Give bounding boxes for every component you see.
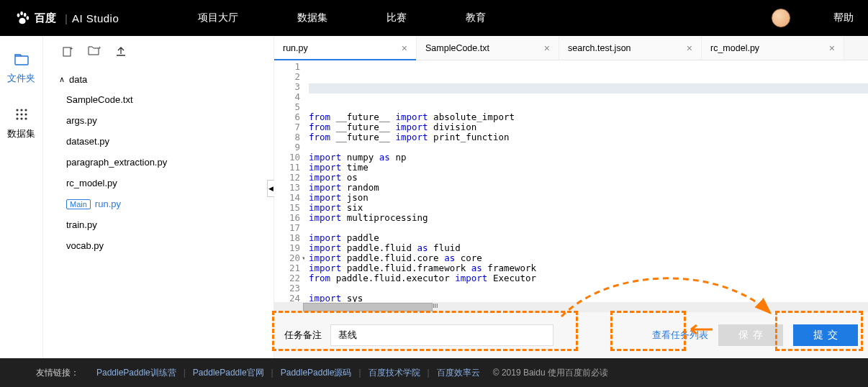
footer-link[interactable]: PaddlePaddle训练营 xyxy=(96,368,176,378)
sidebar-tab-files-label: 文件夹 xyxy=(7,73,35,83)
footer-copyright: © 2019 Baidu 使用百度前必读 xyxy=(493,367,608,379)
svg-point-11 xyxy=(16,117,18,119)
tab-runpy[interactable]: run.py× xyxy=(274,36,417,60)
tree-file[interactable]: train.py xyxy=(56,214,261,235)
footer: 友情链接： PaddlePaddle训练营|PaddlePaddle官网|Pad… xyxy=(0,358,868,387)
caret-icon: ∧ xyxy=(59,75,65,84)
tree-file-main[interactable]: Mainrun.py xyxy=(56,194,261,214)
close-icon[interactable]: × xyxy=(544,42,550,54)
submit-button[interactable]: 提交 xyxy=(793,324,858,346)
file-tree: ∧ data SampleCode.txt args.py dataset.py… xyxy=(56,70,261,256)
svg-point-2 xyxy=(24,13,27,17)
avatar[interactable] xyxy=(772,9,790,27)
code-editor[interactable]: 1234567891011121314151617181920▾21222324… xyxy=(274,60,868,302)
sidebar-tab-datasets-label: 数据集 xyxy=(7,128,35,139)
tab-label: SampleCode.txt xyxy=(425,43,489,53)
scrollbar-grip-icon: III xyxy=(433,302,438,309)
tree-folder-label: data xyxy=(69,74,87,85)
tree-file[interactable]: SampleCode.txt xyxy=(56,89,261,110)
tab-label: search.test.json xyxy=(568,43,631,53)
close-icon[interactable]: × xyxy=(402,42,407,54)
editor-area: ◀ run.py× SampleCode.txt× search.test.js… xyxy=(273,36,868,358)
close-icon[interactable]: × xyxy=(829,42,835,54)
task-bar: 任务备注 查看任务列表 保存 提交 xyxy=(274,312,868,358)
folder-icon xyxy=(0,54,42,68)
horizontal-scrollbar[interactable]: III xyxy=(274,302,868,312)
tree-file[interactable]: args.py xyxy=(56,110,261,131)
svg-point-10 xyxy=(24,113,27,115)
svg-point-0 xyxy=(17,14,20,17)
svg-text:+: + xyxy=(70,46,73,52)
main-badge: Main xyxy=(66,199,91,209)
line-highlight xyxy=(309,83,868,94)
topbar-right: 帮助 xyxy=(772,9,854,27)
footer-links: PaddlePaddle训练营|PaddlePaddle官网|PaddlePad… xyxy=(94,367,483,379)
tab-label: rc_model.py xyxy=(710,43,759,53)
tab-rcmodel[interactable]: rc_model.py× xyxy=(702,36,844,60)
tab-label: run.py xyxy=(283,43,308,53)
tree-file[interactable]: dataset.py xyxy=(56,131,261,152)
svg-point-6 xyxy=(20,109,22,111)
collapse-handle[interactable]: ◀ xyxy=(267,180,274,197)
file-toolbar: + + xyxy=(62,46,261,60)
close-icon[interactable]: × xyxy=(687,42,692,54)
svg-point-13 xyxy=(24,117,27,119)
sidebar-tab-files[interactable]: 文件夹 xyxy=(0,54,42,85)
svg-point-3 xyxy=(27,16,30,20)
baidu-paw-icon xyxy=(14,10,30,26)
line-gutter: 1234567891011121314151617181920▾21222324 xyxy=(274,60,304,302)
svg-point-8 xyxy=(16,113,18,115)
svg-point-5 xyxy=(16,109,18,111)
tree-main-file-label: run.py xyxy=(95,199,121,209)
svg-point-9 xyxy=(20,113,22,115)
task-note-label: 任务备注 xyxy=(284,329,322,342)
tree-file[interactable]: vocab.py xyxy=(56,235,261,256)
tab-searchjson[interactable]: search.test.json× xyxy=(559,36,702,60)
topbar: 百度 | AI Studio 项目大厅 数据集 比赛 教育 帮助 xyxy=(0,0,868,36)
dataset-icon xyxy=(0,108,42,123)
svg-point-7 xyxy=(24,109,27,111)
new-file-icon[interactable]: + xyxy=(62,46,73,60)
nav-projects[interactable]: 项目大厅 xyxy=(198,12,238,24)
logo[interactable]: 百度 | AI Studio xyxy=(14,10,119,26)
svg-rect-4 xyxy=(15,56,28,65)
logo-text: 百度 xyxy=(35,12,56,25)
scrollbar-thumb[interactable] xyxy=(303,303,433,311)
file-explorer: + + ∧ data SampleCode.txt args.py datase… xyxy=(43,36,273,358)
svg-text:+: + xyxy=(98,46,101,51)
svg-point-12 xyxy=(20,117,22,119)
save-button[interactable]: 保存 xyxy=(718,324,783,346)
tree-folder-data[interactable]: ∧ data xyxy=(56,70,261,89)
top-nav: 项目大厅 数据集 比赛 教育 xyxy=(198,12,545,24)
editor-tabs: run.py× SampleCode.txt× search.test.json… xyxy=(274,36,868,60)
main: 文件夹 数据集 + + ∧ data SampleCode.txt args.p… xyxy=(0,36,868,358)
tree-file[interactable]: paragraph_extraction.py xyxy=(56,152,261,173)
sidebar-tab-datasets[interactable]: 数据集 xyxy=(0,108,42,140)
help-link[interactable]: 帮助 xyxy=(833,12,854,24)
nav-education[interactable]: 教育 xyxy=(466,12,486,24)
footer-link[interactable]: PaddlePaddle官网 xyxy=(193,368,264,378)
left-sidebar: 文件夹 数据集 xyxy=(0,36,43,358)
task-bar-actions: 查看任务列表 保存 提交 xyxy=(652,324,858,346)
tree-file[interactable]: rc_model.py xyxy=(56,173,261,194)
footer-link[interactable]: 百度效率云 xyxy=(437,368,480,378)
code-content[interactable]: from __future__ import absolute_importfr… xyxy=(304,60,868,302)
nav-competitions[interactable]: 比赛 xyxy=(386,12,407,24)
task-note-input[interactable] xyxy=(330,324,553,346)
footer-label: 友情链接： xyxy=(36,367,79,379)
logo-product: AI Studio xyxy=(72,12,119,24)
logo-divider: | xyxy=(65,12,68,24)
tab-samplecode[interactable]: SampleCode.txt× xyxy=(417,36,559,60)
nav-datasets[interactable]: 数据集 xyxy=(297,12,327,24)
new-folder-icon[interactable]: + xyxy=(88,46,101,60)
svg-point-1 xyxy=(20,12,23,16)
footer-link[interactable]: 百度技术学院 xyxy=(369,368,420,378)
view-task-list-link[interactable]: 查看任务列表 xyxy=(652,329,708,342)
upload-icon[interactable] xyxy=(115,46,127,60)
footer-link[interactable]: PaddlePaddle源码 xyxy=(281,368,352,378)
